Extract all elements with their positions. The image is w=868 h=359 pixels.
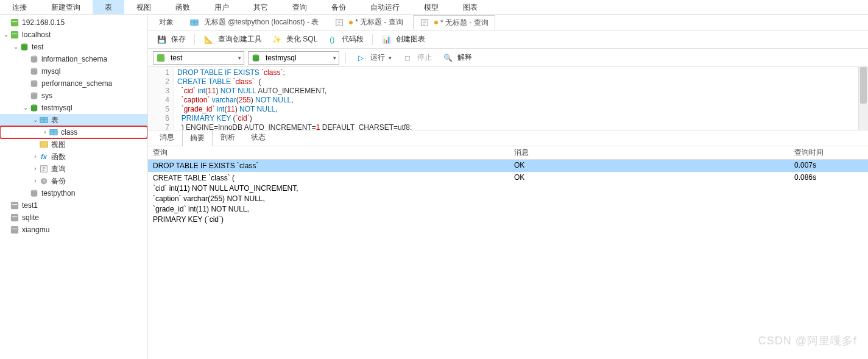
create-chart-button[interactable]: 📊创建图表 bbox=[378, 32, 429, 46]
tree-node-test1[interactable]: test1 bbox=[0, 199, 147, 211]
stop-button[interactable]: ◻停止 bbox=[399, 51, 436, 65]
svg-point-48 bbox=[253, 59, 259, 61]
tree-node-testpython[interactable]: testpython bbox=[0, 187, 147, 199]
snippet-button[interactable]: ()代码段 bbox=[323, 32, 367, 46]
col-query[interactable]: 查询 bbox=[148, 146, 509, 159]
menu-备份[interactable]: 备份 bbox=[319, 0, 358, 14]
expand-toggle[interactable]: › bbox=[32, 163, 39, 175]
connection-tree[interactable]: 192.168.0.15⌄localhost⌄testinformation_s… bbox=[0, 15, 148, 359]
menu-用户[interactable]: 用户 bbox=[202, 0, 241, 14]
tree-node-192.168.0.15[interactable]: 192.168.0.15 bbox=[0, 16, 147, 29]
database-combo[interactable]: testmysql▾ bbox=[248, 51, 339, 65]
tree-node-performance_schema[interactable]: performance_schema bbox=[0, 77, 147, 90]
tree-label: 查询 bbox=[51, 163, 66, 175]
connection-combo[interactable]: test▾ bbox=[153, 51, 244, 65]
result-tab-剖析[interactable]: 剖析 bbox=[213, 129, 243, 146]
expand-toggle[interactable]: › bbox=[41, 126, 49, 138]
doc-tab[interactable]: * 无标题 - 查询 bbox=[413, 15, 495, 30]
tree-node-test[interactable]: ⌄test bbox=[0, 41, 147, 53]
tree-node-xiangmu[interactable]: xiangmu bbox=[0, 224, 147, 236]
menu-自动运行[interactable]: 自动运行 bbox=[358, 0, 412, 14]
doc-tab[interactable]: * 无标题 - 查询 bbox=[328, 15, 409, 30]
svg-point-12 bbox=[31, 72, 38, 74]
tree-node-class[interactable]: ›class bbox=[0, 126, 147, 138]
tree-label: localhost bbox=[22, 29, 51, 41]
db-grey-icon bbox=[29, 91, 39, 101]
tree-label: xiangmu bbox=[22, 224, 49, 236]
svg-rect-37 bbox=[12, 216, 18, 217]
db-green-icon bbox=[29, 103, 39, 113]
explain-icon: 🔍 bbox=[443, 53, 453, 63]
beautify-button[interactable]: ✨美化 SQL bbox=[268, 32, 321, 46]
tree-label: 备份 bbox=[51, 175, 66, 187]
menu-表[interactable]: 表 bbox=[93, 0, 124, 14]
tree-node-sys[interactable]: sys bbox=[0, 90, 147, 102]
save-icon: 💾 bbox=[157, 35, 166, 44]
svg-rect-28 bbox=[40, 142, 48, 148]
db-grey-icon bbox=[29, 79, 39, 88]
expand-toggle[interactable]: ⌄ bbox=[32, 114, 39, 126]
wand-icon: ✨ bbox=[272, 35, 281, 44]
svg-rect-3 bbox=[12, 34, 18, 34]
server-grey-icon bbox=[10, 225, 19, 235]
expand-toggle[interactable]: › bbox=[32, 175, 39, 187]
scroll-thumb[interactable] bbox=[860, 67, 867, 104]
tree-label: testmysql bbox=[41, 102, 72, 114]
col-time[interactable]: 查询时间 bbox=[789, 146, 868, 159]
save-button[interactable]: 💾保存 bbox=[153, 32, 189, 46]
code-area[interactable]: DROP TABLE IF EXISTS `class`;CREATE TABL… bbox=[174, 67, 858, 130]
tree-node-视图[interactable]: 视图 bbox=[0, 138, 147, 151]
doc-tab[interactable]: 无标题 @testpython (localhost) - 表 bbox=[183, 15, 325, 30]
expand-toggle[interactable]: ⌄ bbox=[12, 41, 19, 53]
result-tab-摘要[interactable]: 摘要 bbox=[182, 130, 213, 146]
menu-视图[interactable]: 视图 bbox=[124, 0, 163, 14]
tree-node-information_schema[interactable]: information_schema bbox=[0, 53, 147, 65]
result-row[interactable]: CREATE TABLE `class` ( `cid` int(11) NOT… bbox=[148, 172, 868, 225]
table-icon bbox=[39, 115, 49, 125]
tree-node-表[interactable]: ⌄表 bbox=[0, 114, 147, 126]
expand-toggle[interactable]: ⌄ bbox=[22, 102, 29, 114]
expand-toggle[interactable]: ⌄ bbox=[2, 29, 10, 41]
tree-node-localhost[interactable]: ⌄localhost bbox=[0, 29, 147, 41]
chevron-down-icon: ▾ bbox=[238, 55, 241, 61]
result-row[interactable]: DROP TABLE IF EXISTS `class`OK0.007s bbox=[148, 160, 868, 172]
svg-rect-45 bbox=[157, 54, 164, 61]
menu-查询[interactable]: 查询 bbox=[280, 0, 319, 14]
result-header: 查询 消息 查询时间 bbox=[148, 146, 868, 160]
menu-模型[interactable]: 模型 bbox=[412, 0, 451, 14]
tree-node-mysql[interactable]: mysql bbox=[0, 65, 147, 77]
tree-node-备份[interactable]: ›备份 bbox=[0, 175, 147, 187]
doc-tab[interactable]: 对象 bbox=[153, 15, 180, 30]
svg-point-15 bbox=[31, 84, 38, 87]
tree-node-查询[interactable]: ›查询 bbox=[0, 163, 147, 175]
menu-函数[interactable]: 函数 bbox=[163, 0, 202, 14]
menubar: 连接新建查询表视图函数用户其它查询备份自动运行模型图表 bbox=[0, 0, 868, 15]
chart-icon: 📊 bbox=[381, 35, 391, 44]
connection-selector-row: test▾ testmysql▾ ▷运行▾ ◻停止 🔍解释 bbox=[148, 49, 868, 67]
menu-其它[interactable]: 其它 bbox=[241, 0, 280, 14]
menu-图表[interactable]: 图表 bbox=[451, 0, 490, 14]
col-message[interactable]: 消息 bbox=[509, 146, 789, 159]
tree-node-sqlite[interactable]: sqlite bbox=[0, 211, 147, 224]
svg-rect-34 bbox=[11, 202, 18, 209]
server-green-icon bbox=[10, 30, 19, 40]
result-tab-消息[interactable]: 消息 bbox=[152, 129, 182, 146]
backup-icon bbox=[39, 176, 49, 186]
fx-icon: fx bbox=[39, 152, 49, 162]
sql-editor[interactable]: 1234567 DROP TABLE IF EXISTS `class`;CRE… bbox=[148, 67, 868, 130]
run-button[interactable]: ▷运行▾ bbox=[352, 51, 395, 65]
result-tab-状态[interactable]: 状态 bbox=[243, 129, 273, 146]
menu-连接[interactable]: 连接 bbox=[0, 0, 39, 14]
tree-node-函数[interactable]: ›fx函数 bbox=[0, 151, 147, 163]
chevron-down-icon: ▾ bbox=[389, 55, 392, 61]
menu-新建查询[interactable]: 新建查询 bbox=[39, 0, 93, 14]
editor-scrollbar[interactable] bbox=[858, 67, 868, 130]
svg-rect-39 bbox=[12, 229, 18, 229]
table-icon bbox=[49, 127, 58, 137]
tree-node-testmysql[interactable]: ⌄testmysql bbox=[0, 102, 147, 114]
svg-point-33 bbox=[31, 194, 38, 196]
expand-toggle[interactable]: › bbox=[32, 151, 39, 163]
document-tabs: 对象无标题 @testpython (localhost) - 表* 无标题 -… bbox=[148, 15, 868, 30]
explain-button[interactable]: 🔍解释 bbox=[439, 51, 476, 65]
query-builder-button[interactable]: 📐查询创建工具 bbox=[200, 32, 266, 46]
